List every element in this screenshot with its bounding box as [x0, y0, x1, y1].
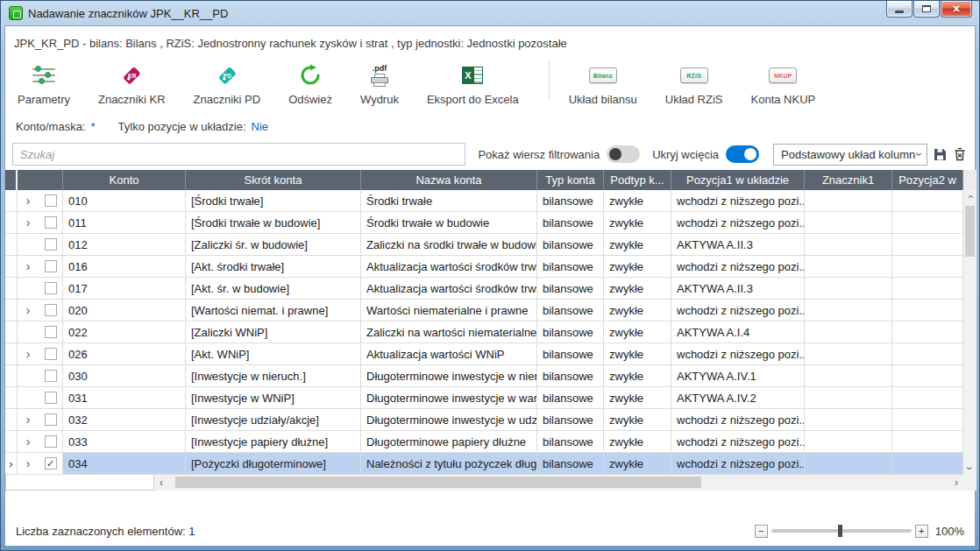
- table-row[interactable]: 030[Inwestycje w nieruch.]Długoterminowe…: [5, 365, 963, 387]
- vertical-scrollbar-thumb[interactable]: [965, 206, 975, 257]
- hide-indents-toggle[interactable]: [726, 145, 759, 163]
- table-row[interactable]: 012[Zaliczki śr. w budowie]Zaliczki na ś…: [5, 234, 963, 256]
- cell-pozycja1: wchodzi z niższego pozi...: [671, 256, 805, 277]
- cell-skrot-konta: [Środki trwałe]: [186, 190, 361, 211]
- zoom-slider[interactable]: [771, 529, 912, 533]
- table-row[interactable]: ›032[Inwestycje udziały/akcje]Długotermi…: [5, 409, 963, 431]
- expander-icon[interactable]: ›: [18, 190, 39, 211]
- toolbar-button-uklad-rzis[interactable]: RZiS Układ RZiS: [662, 58, 727, 108]
- expander-icon[interactable]: ›: [18, 300, 39, 321]
- cell-konto: 011: [63, 212, 186, 233]
- toolbar-button-konta-nkup[interactable]: NKUP Konta NKUP: [748, 58, 820, 108]
- toolbar: Parametry KR Znaczniki KR: [5, 56, 975, 114]
- table-row[interactable]: 017[Akt. śr. w budowie]Aktualizacja wart…: [5, 278, 963, 300]
- checkbox[interactable]: [45, 326, 57, 338]
- toolbar-button-eksport-excel[interactable]: X Eksport do Excela: [423, 58, 522, 108]
- row-indicator: [5, 387, 18, 408]
- checkbox[interactable]: ✓: [45, 457, 57, 470]
- row-indicator: [5, 431, 18, 452]
- expander-icon[interactable]: ›: [18, 409, 39, 430]
- cell-skrot-konta: [Zaliczki WNiP]: [186, 321, 361, 343]
- header-skrot-konta[interactable]: Skrót konta: [186, 170, 361, 190]
- checkbox[interactable]: [45, 216, 57, 229]
- checkbox[interactable]: [45, 392, 57, 404]
- cell-znacznik1: [805, 387, 892, 408]
- table-row[interactable]: ›033[Inwestycje papiery dłużne]Długoterm…: [5, 431, 963, 453]
- header-pozycja1[interactable]: Pozycja1 w układzie: [671, 170, 805, 190]
- expander-icon[interactable]: ›: [18, 343, 39, 364]
- table-row[interactable]: 031[Inwestycje w WNiP]Długoterminowe inw…: [5, 387, 963, 409]
- cell-nazwa-konta: Długoterminowe papiery dłużne: [361, 431, 537, 452]
- expander-icon[interactable]: ›: [18, 256, 39, 277]
- tylko-pozycje-label: Tylko pozycje w układzie:: [118, 120, 246, 133]
- checkbox[interactable]: [45, 413, 57, 426]
- checkbox[interactable]: [45, 238, 57, 251]
- scroll-right-icon[interactable]: ›: [949, 475, 963, 491]
- checkbox-cell: [39, 387, 63, 408]
- zoom-in-button[interactable]: +: [915, 525, 928, 538]
- zoom-slider-thumb[interactable]: [838, 525, 842, 537]
- toolbar-button-parametry[interactable]: Parametry: [14, 58, 74, 108]
- table-row[interactable]: ››✓034[Pożyczki długoterminowe]Należnośc…: [5, 453, 963, 475]
- header-nazwa-konta[interactable]: Nazwa konta: [361, 170, 537, 190]
- close-button[interactable]: ×: [941, 1, 972, 18]
- toolbar-button-znaczniki-pd[interactable]: PD Znaczniki PD: [190, 58, 265, 108]
- table-row[interactable]: ›026[Akt. WNiP]Aktualizacja wartości WNi…: [5, 343, 963, 365]
- checkbox[interactable]: [45, 435, 57, 448]
- delete-layout-button[interactable]: [952, 145, 968, 163]
- scroll-left-icon[interactable]: ‹: [154, 475, 168, 491]
- checkbox[interactable]: [45, 348, 57, 360]
- toolbar-button-odswiez[interactable]: Odśwież: [285, 58, 336, 108]
- checkbox[interactable]: [45, 260, 57, 272]
- filter-row-toggle[interactable]: [607, 145, 640, 163]
- scroll-down-icon[interactable]: ›: [963, 462, 976, 475]
- cell-typ-konta: bilansowe: [537, 431, 604, 452]
- header-podtyp-konta[interactable]: Podtyp k...: [604, 170, 671, 190]
- konto-maska-label: Konto/maska:: [16, 120, 86, 133]
- save-layout-button[interactable]: [932, 145, 948, 163]
- expander-icon[interactable]: ›: [18, 453, 39, 474]
- konto-maska-value[interactable]: *: [91, 120, 96, 133]
- cell-podtyp-konta: zwykłe: [604, 234, 671, 255]
- cell-skrot-konta: [Pożyczki długoterminowe]: [186, 453, 361, 474]
- checkbox[interactable]: [45, 282, 57, 294]
- cell-nazwa-konta: Aktualizacja wartości środków trw...: [361, 256, 537, 277]
- cell-pozycja1: AKTYWA A.IV.2: [671, 387, 805, 408]
- toolbar-label: Układ RZiS: [665, 93, 723, 106]
- table-row[interactable]: ›011[Środki trwałe w budowie]Środki trwa…: [5, 212, 963, 234]
- toolbar-button-wydruk[interactable]: .pdf Wydruk: [357, 58, 402, 108]
- table-row[interactable]: ›016[Akt. środki trwałe]Aktualizacja war…: [5, 256, 963, 278]
- header-konto[interactable]: Konto: [63, 170, 186, 190]
- search-input[interactable]: [12, 143, 465, 166]
- vertical-scrollbar[interactable]: › ›: [963, 190, 976, 475]
- toolbar-button-uklad-bilansu[interactable]: Bilans Układ bilansu: [565, 58, 641, 108]
- checkbox-cell: [39, 365, 63, 386]
- expander-icon[interactable]: ›: [18, 431, 39, 452]
- table-row[interactable]: 022[Zaliczki WNiP]Zaliczki na wartości n…: [5, 321, 963, 343]
- checkbox[interactable]: [45, 370, 57, 382]
- table-row[interactable]: ›020[Wartości niemat. i prawne]Wartości …: [5, 300, 963, 321]
- header-typ-konta[interactable]: Typ konta: [537, 170, 604, 190]
- excel-icon: X: [462, 60, 483, 91]
- tylko-pozycje-value[interactable]: Nie: [252, 120, 269, 133]
- column-layout-select[interactable]: Podstawowy układ kolumn ›: [773, 144, 927, 166]
- header-znacznik1[interactable]: Znacznik1: [805, 170, 892, 190]
- table-row[interactable]: ›010[Środki trwałe]Środki trwałebilansow…: [5, 190, 963, 212]
- frozen-pane-footer: [5, 475, 154, 491]
- scroll-up-icon[interactable]: ›: [963, 190, 976, 203]
- horizontal-scrollbar[interactable]: [168, 475, 949, 491]
- horizontal-scrollbar-thumb[interactable]: [175, 477, 701, 488]
- toolbar-label: Układ bilansu: [569, 93, 637, 106]
- toolbar-button-znaczniki-kr[interactable]: KR Znaczniki KR: [95, 58, 169, 108]
- header-pozycja2[interactable]: Pozycja2 w: [892, 170, 963, 190]
- cell-skrot-konta: [Inwestycje w nieruch.]: [186, 365, 361, 386]
- maximize-button[interactable]: [913, 1, 940, 18]
- checkbox[interactable]: [45, 304, 57, 316]
- grid-header: Konto Skrót konta Nazwa konta Typ konta …: [5, 170, 976, 190]
- zoom-out-button[interactable]: −: [755, 525, 768, 538]
- cell-pozycja2: [892, 278, 963, 299]
- checkbox[interactable]: [45, 194, 57, 207]
- minimize-button[interactable]: [886, 1, 913, 18]
- header-checkbox[interactable]: [18, 170, 63, 190]
- expander-icon[interactable]: ›: [18, 212, 39, 233]
